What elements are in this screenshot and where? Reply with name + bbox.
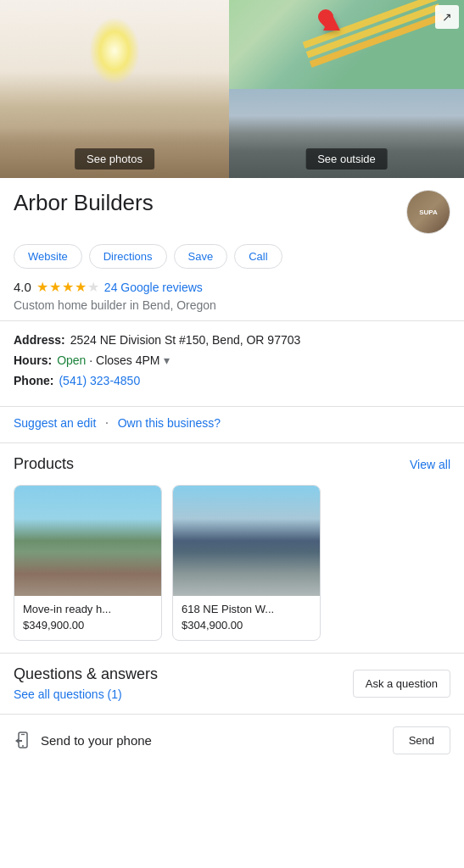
call-button[interactable]: Call: [234, 244, 282, 269]
star-2: ★: [49, 279, 61, 295]
star-rating: ★ ★ ★ ★ ★: [36, 279, 99, 295]
star-1: ★: [36, 279, 48, 295]
product-image-1: [14, 486, 161, 596]
see-photos-label[interactable]: See photos: [75, 148, 154, 170]
product-name-1: Move-in ready h...: [23, 603, 153, 615]
hours-dropdown-arrow[interactable]: ▾: [164, 353, 170, 367]
suggest-section: Suggest an edit · Own this business?: [0, 407, 464, 443]
suggest-edit-link[interactable]: Suggest an edit: [14, 416, 96, 430]
view-all-link[interactable]: View all: [410, 458, 450, 471]
ask-question-button[interactable]: Ask a question: [353, 670, 450, 698]
products-header: Products View all: [14, 455, 450, 473]
products-section: Products View all Move-in ready h... $34…: [0, 443, 464, 654]
business-info-section: Arbor Builders SUPA Website Directions S…: [0, 178, 464, 321]
address-label: Address:: [14, 333, 65, 347]
address-value: 2524 NE Division St #150, Bend, OR 97703: [70, 333, 301, 347]
product-name-2: 618 NE Piston W...: [182, 603, 311, 615]
star-3: ★: [62, 279, 74, 295]
hero-map[interactable]: ↗: [229, 0, 464, 89]
send-to-phone-section: Send to your phone Send: [0, 715, 464, 766]
product-price-2: $304,900.00: [182, 619, 311, 632]
rating-row: 4.0 ★ ★ ★ ★ ★ 24 Google reviews: [14, 279, 450, 295]
product-info-1: Move-in ready h... $349,900.00: [14, 596, 161, 640]
avatar: SUPA: [406, 190, 450, 234]
map-expand-button[interactable]: ↗: [435, 5, 459, 29]
rating-score: 4.0: [14, 280, 31, 294]
send-button[interactable]: Send: [393, 726, 450, 754]
qa-left: Questions & answers See all questions (1…: [14, 665, 158, 702]
hero-main-photo[interactable]: See photos: [0, 0, 229, 178]
star-5-empty: ★: [87, 279, 99, 295]
reviews-link[interactable]: 24 Google reviews: [104, 281, 203, 294]
own-business-link[interactable]: Own this business?: [118, 416, 221, 430]
business-name: Arbor Builders: [14, 190, 154, 216]
phone-value[interactable]: (541) 323-4850: [59, 374, 140, 387]
phone-label: Phone:: [14, 374, 53, 387]
hours-close-time: Closes 4PM: [96, 353, 159, 367]
products-grid: Move-in ready h... $349,900.00 618 NE Pi…: [14, 485, 450, 641]
hero-right-panel: ↗ See outside: [229, 0, 464, 178]
send-phone-label: Send to your phone: [41, 733, 152, 748]
see-all-questions-link[interactable]: See all questions (1): [14, 687, 122, 701]
product-price-1: $349,900.00: [23, 619, 153, 632]
directions-button[interactable]: Directions: [89, 244, 167, 269]
save-button[interactable]: Save: [174, 244, 228, 269]
qa-title: Questions & answers: [14, 665, 158, 683]
svg-point-1: [22, 745, 24, 747]
send-left: Send to your phone: [14, 732, 152, 750]
products-title: Products: [14, 455, 74, 473]
map-pin-icon: [316, 6, 337, 27]
product-info-2: 618 NE Piston W... $304,900.00: [173, 596, 320, 640]
phone-row: Phone: (541) 323-4850: [14, 374, 450, 387]
details-section: Address: 2524 NE Division St #150, Bend,…: [0, 321, 464, 407]
hours-label: Hours:: [14, 353, 52, 367]
hours-dot: ·: [86, 353, 96, 367]
hero-street-view[interactable]: See outside: [229, 89, 464, 178]
qa-section: Questions & answers See all questions (1…: [0, 654, 464, 715]
business-header: Arbor Builders SUPA: [14, 190, 450, 234]
address-row: Address: 2524 NE Division St #150, Bend,…: [14, 333, 450, 347]
hero-section: See photos ↗ See outside: [0, 0, 464, 178]
star-4: ★: [75, 279, 87, 295]
hours-open-status: Open: [57, 353, 86, 367]
avatar-text: SUPA: [419, 209, 438, 216]
hours-row: Hours: Open · Closes 4PM ▾: [14, 353, 450, 367]
action-buttons: Website Directions Save Call: [14, 244, 450, 269]
send-phone-icon: [14, 732, 32, 750]
product-card-1[interactable]: Move-in ready h... $349,900.00: [14, 485, 162, 641]
product-card-2[interactable]: 618 NE Piston W... $304,900.00: [172, 485, 321, 641]
see-outside-label[interactable]: See outside: [305, 148, 388, 170]
website-button[interactable]: Website: [14, 244, 82, 269]
product-image-2: [173, 486, 320, 596]
suggest-separator: ·: [105, 415, 109, 430]
business-type: Custom home builder in Bend, Oregon: [14, 298, 450, 312]
